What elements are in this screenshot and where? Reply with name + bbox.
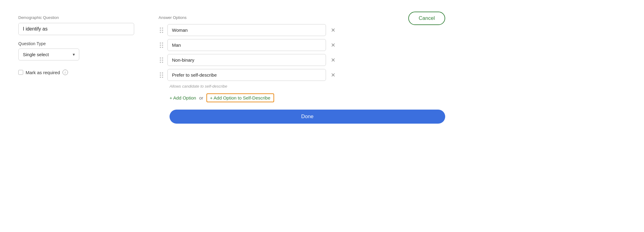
demographic-question-label: Demographic Question [18,15,134,20]
add-option-link[interactable]: + Add Option [170,95,196,100]
answer-input-3[interactable] [167,54,326,66]
answer-options-label: Answer Options [159,15,445,20]
self-describe-hint: Allows candidate to self-describe [170,84,445,89]
done-button[interactable]: Done [170,110,445,124]
page-container: Demographic Question Question Type Singl… [18,12,445,124]
add-self-describe-button[interactable]: + Add Option to Self-Describe [206,93,274,102]
question-type-select-wrapper: Single select Multi select Free text ▼ [18,49,79,60]
answer-row: ✕ [159,39,445,51]
drag-handle-2[interactable] [159,41,164,49]
drag-handle-3[interactable] [159,56,164,64]
mark-required-checkbox[interactable] [18,70,23,75]
question-type-label: Question Type [18,41,134,46]
answer-row: ✕ [159,54,445,66]
info-icon[interactable]: i [63,70,68,75]
drag-handle-1[interactable] [159,26,164,34]
drag-handle-4[interactable] [159,71,164,79]
remove-answer-4-button[interactable]: ✕ [329,71,337,79]
remove-answer-2-button[interactable]: ✕ [329,41,337,49]
right-panel: Answer Options Cancel ✕ ✕ [159,12,445,124]
answer-input-4[interactable] [167,69,326,81]
answer-row: ✕ [159,69,445,81]
or-text: or [199,95,203,100]
answer-row: ✕ [159,24,445,36]
cancel-button[interactable]: Cancel [408,12,445,25]
left-panel: Demographic Question Question Type Singl… [18,12,134,124]
mark-required-row: Mark as required i [18,70,134,75]
demographic-question-input[interactable] [18,23,134,35]
remove-answer-3-button[interactable]: ✕ [329,56,337,64]
answer-input-1[interactable] [167,24,326,36]
add-options-row: + Add Option or + Add Option to Self-Des… [170,93,445,102]
mark-required-label: Mark as required [26,70,60,75]
question-type-select[interactable]: Single select Multi select Free text [18,49,79,60]
answer-input-2[interactable] [167,39,326,51]
remove-answer-1-button[interactable]: ✕ [329,26,337,34]
